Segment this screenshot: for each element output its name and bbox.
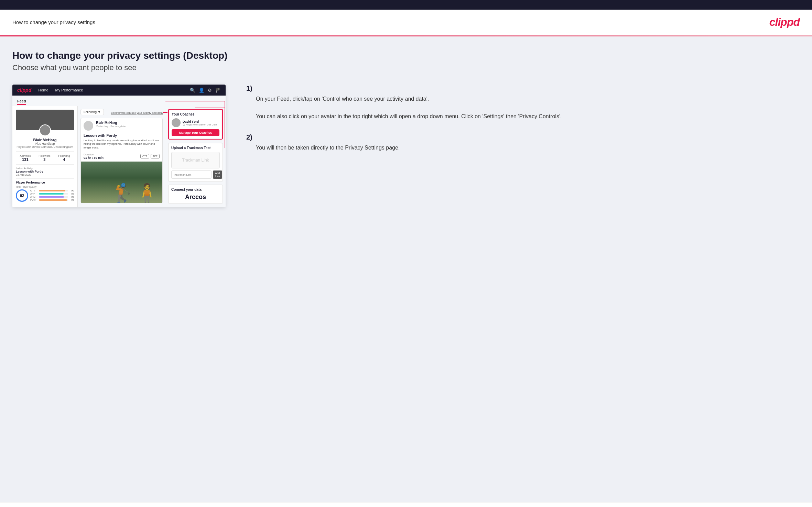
mock-duration-value: 01 hr : 30 min [84, 156, 104, 159]
instruction-item-1: 1) On your Feed, click/tap on 'Control w… [246, 85, 800, 121]
golfer-silhouette-2: 🧍 [135, 184, 159, 203]
bar-fill-ott [39, 190, 65, 191]
mock-avatar-circle [39, 124, 51, 136]
search-icon: 🔍 [190, 88, 195, 93]
mock-post-title: Lesson with Fordy [81, 133, 162, 139]
mock-post-date: Yesterday · Sunningdale [96, 125, 126, 128]
bar-fill-arg [39, 196, 64, 198]
mock-stat-following: Following 4 [58, 154, 70, 162]
mock-trackman-link-display: Trackman Link [171, 152, 220, 168]
mock-post-card: Blair McHarg Yesterday · Sunningdale Les… [80, 118, 163, 203]
page-footer: Copyright Clippd 2022 [0, 502, 812, 507]
mock-post-meta: Blair McHarg Yesterday · Sunningdale [96, 121, 126, 128]
mock-trackman-title: Upload a Trackman Test [171, 146, 220, 150]
mock-duration-row: Duration 01 hr : 30 min OTT APP [81, 152, 162, 162]
mock-coach-avatar [172, 118, 181, 127]
clippd-logo: clippd [769, 16, 800, 29]
bar-value-arg: 86 [69, 196, 74, 198]
chevron-down-icon: ▼ [98, 110, 101, 114]
control-link-wrapper: Control who can see your activity and da… [111, 109, 163, 115]
golfer-silhouette-1: 🏌️ [111, 184, 135, 203]
mock-post-desc: Looking to feel like my hands are exitin… [81, 139, 162, 152]
bar-value-app: 85 [69, 192, 74, 195]
mock-stat-followers-value: 3 [39, 157, 50, 162]
bar-label-app: APP [30, 192, 38, 195]
bar-label-arg: ARG [30, 196, 38, 198]
mock-tag-app: APP [151, 154, 160, 158]
bar-value-putt: 96 [69, 199, 74, 201]
bar-track-app [39, 193, 68, 195]
mock-coach-club: 🏝 Royal North Devon Golf Club [183, 123, 217, 126]
mock-right-panel: Your Coaches David Ford 🏝 Royal North De… [165, 106, 226, 207]
mock-bar-row-putt: PUTT 96 [30, 199, 74, 201]
mock-coaches-panel: Your Coaches David Ford 🏝 Royal North De… [170, 110, 221, 138]
person-icon: 👤 [199, 88, 204, 93]
bar-label-ott: OTT [30, 189, 38, 192]
instructions-panel: 1) On your Feed, click/tap on 'Control w… [239, 85, 800, 164]
mock-post-header: Blair McHarg Yesterday · Sunningdale [81, 118, 162, 133]
mock-body: Blair McHarg Plus Handicap Royal North D… [12, 106, 226, 207]
mock-following-row: Following ▼ Control who can see your act… [80, 109, 163, 115]
mock-avatar-area [16, 110, 74, 130]
mock-coach-name: David Ford [183, 120, 217, 123]
mock-feed: Following ▼ Control who can see your act… [78, 106, 165, 207]
mock-connect-title: Connect your data [171, 188, 220, 191]
mock-latest-label: Latest Activity [16, 167, 74, 170]
red-line-right [163, 112, 167, 113]
article-subtitle: Choose what you want people to see [12, 63, 800, 72]
mock-post-avatar [84, 121, 93, 131]
mock-username: Blair McHarg [16, 138, 74, 142]
mock-stat-following-label: Following [58, 154, 70, 157]
instruction-number-1: 1) [246, 85, 252, 92]
red-highlight-wrapper: Your Coaches David Ford 🏝 Royal North De… [168, 109, 223, 140]
bar-value-ott: 90 [69, 189, 74, 192]
mock-latest-date: 03 Aug 2022 [16, 173, 74, 176]
mock-trackman-input[interactable] [171, 170, 212, 179]
mock-connect-panel: Connect your data Arccos [168, 185, 223, 204]
instruction-item-2: 2) You will then be taken directly to th… [246, 133, 800, 152]
instruction-text-1: On your Feed, click/tap on 'Control who … [256, 95, 800, 121]
bar-fill-putt [39, 199, 67, 201]
instruction-number-2: 2) [246, 133, 252, 141]
top-bar [0, 0, 812, 10]
mock-tags: OTT APP [140, 154, 160, 158]
mock-arccos-brand: Arccos [171, 194, 220, 201]
bar-label-putt: PUTT [30, 199, 38, 201]
location-icon: 🏝 [183, 123, 185, 126]
avatar-icon: 🏴 [215, 88, 221, 93]
mock-logo: clippd [17, 87, 31, 93]
mock-stats: Activities 131 Followers 3 Following 4 [16, 152, 74, 165]
mock-nav-home: Home [38, 88, 48, 92]
mock-bar-row-ott: OTT 90 [30, 189, 74, 192]
mock-duration-label: Duration [84, 153, 104, 156]
mock-following-btn[interactable]: Following ▼ [80, 109, 104, 115]
mock-stat-activities-label: Activities [20, 154, 31, 157]
mock-trackman-panel: Upload a Trackman Test Trackman Link Add… [168, 143, 223, 182]
mock-user-info: Blair McHarg Plus Handicap Royal North D… [16, 138, 74, 152]
mock-trackman-input-row: Add Link [171, 170, 220, 179]
mock-stat-followers: Followers 3 [39, 154, 50, 162]
mock-coach-row: David Ford 🏝 Royal North Devon Golf Club [172, 118, 219, 127]
page-header: How to change your privacy settings clip… [0, 10, 812, 35]
content-layout: clippd Home My Performance 🔍 👤 ⚙ 🏴 Feed [12, 85, 800, 207]
mock-post-image: 🏌️ 🧍 [81, 162, 162, 203]
mock-coaches-title: Your Coaches [172, 112, 219, 116]
feed-tab-label: Feed [17, 99, 26, 105]
mock-latest-value: Lesson with Fordy [16, 170, 74, 173]
mock-add-link-btn[interactable]: Add Link [213, 170, 222, 179]
mock-stat-following-value: 4 [58, 157, 70, 162]
mock-feed-tab: Feed [12, 96, 226, 106]
mock-perf-title: Player Performance [16, 181, 74, 184]
bar-track-arg [39, 196, 68, 198]
manage-coaches-btn[interactable]: Manage Your Coaches [172, 129, 219, 136]
mock-stat-activities: Activities 131 [20, 154, 31, 162]
mock-nav-performance: My Performance [55, 88, 83, 92]
mock-performance: Player Performance Total Player Quality … [16, 179, 74, 204]
main-content: How to change your privacy settings (Des… [0, 36, 812, 502]
mock-post-name: Blair McHarg [96, 121, 126, 125]
page-header-title: How to change your privacy settings [12, 19, 95, 25]
mock-stat-followers-label: Followers [39, 154, 50, 157]
mock-nav-icons: 🔍 👤 ⚙ 🏴 [190, 88, 221, 93]
control-link[interactable]: Control who can see your activity and da… [111, 111, 163, 114]
mock-club: Royal North Devon Golf Club, United King… [16, 145, 74, 148]
